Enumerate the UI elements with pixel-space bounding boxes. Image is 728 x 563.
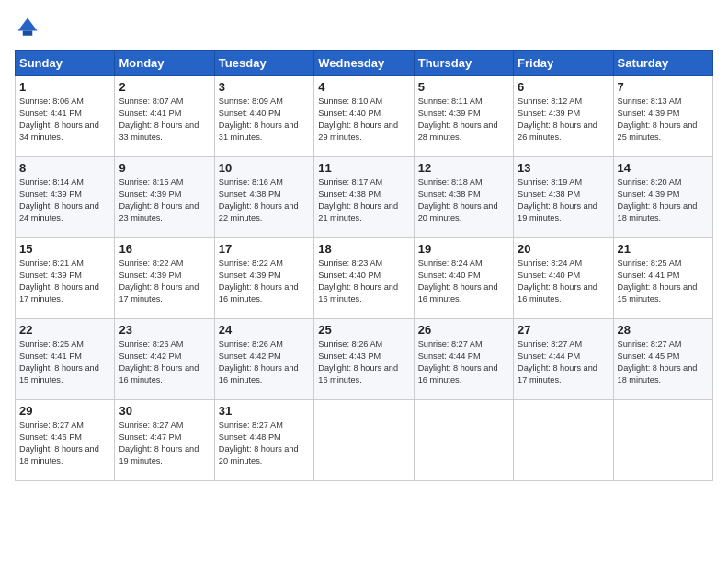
calendar-cell <box>514 400 613 481</box>
calendar-cell: 24Sunrise: 8:26 AMSunset: 4:42 PMDayligh… <box>214 319 313 400</box>
day-number: 22 <box>19 323 110 337</box>
cell-info: Sunrise: 8:27 AMSunset: 4:44 PMDaylight:… <box>418 339 498 385</box>
calendar-cell: 8Sunrise: 8:14 AMSunset: 4:39 PMDaylight… <box>16 157 115 238</box>
cell-info: Sunrise: 8:21 AMSunset: 4:39 PMDaylight:… <box>19 259 99 304</box>
day-number: 18 <box>318 242 409 256</box>
logo-icon <box>15 15 40 40</box>
calendar-table: SundayMondayTuesdayWednesdayThursdayFrid… <box>15 50 713 481</box>
cell-info: Sunrise: 8:27 AMSunset: 4:46 PMDaylight:… <box>19 420 99 465</box>
cell-info: Sunrise: 8:12 AMSunset: 4:39 PMDaylight:… <box>518 97 597 142</box>
cell-info: Sunrise: 8:24 AMSunset: 4:40 PMDaylight:… <box>518 259 597 304</box>
cell-info: Sunrise: 8:25 AMSunset: 4:41 PMDaylight:… <box>19 339 99 385</box>
day-number: 9 <box>119 161 210 175</box>
cell-info: Sunrise: 8:27 AMSunset: 4:45 PMDaylight:… <box>618 339 698 385</box>
cell-info: Sunrise: 8:27 AMSunset: 4:47 PMDaylight:… <box>119 420 199 465</box>
calendar-cell: 3Sunrise: 8:09 AMSunset: 4:40 PMDaylight… <box>214 76 313 157</box>
calendar-cell: 12Sunrise: 8:18 AMSunset: 4:38 PMDayligh… <box>414 157 513 238</box>
calendar-cell: 6Sunrise: 8:12 AMSunset: 4:39 PMDaylight… <box>514 76 613 157</box>
page-header <box>15 15 713 40</box>
calendar-cell: 18Sunrise: 8:23 AMSunset: 4:40 PMDayligh… <box>314 238 414 319</box>
day-header-saturday: Saturday <box>613 51 712 76</box>
svg-marker-0 <box>18 18 38 31</box>
cell-info: Sunrise: 8:13 AMSunset: 4:39 PMDaylight:… <box>618 97 698 142</box>
calendar-cell: 25Sunrise: 8:26 AMSunset: 4:43 PMDayligh… <box>314 319 414 400</box>
day-number: 21 <box>618 242 709 256</box>
calendar-cell: 9Sunrise: 8:15 AMSunset: 4:39 PMDaylight… <box>115 157 214 238</box>
cell-info: Sunrise: 8:18 AMSunset: 4:38 PMDaylight:… <box>418 178 498 223</box>
cell-info: Sunrise: 8:25 AMSunset: 4:41 PMDaylight:… <box>618 259 698 304</box>
day-number: 25 <box>318 323 409 337</box>
calendar-cell: 5Sunrise: 8:11 AMSunset: 4:39 PMDaylight… <box>414 76 513 157</box>
cell-info: Sunrise: 8:17 AMSunset: 4:38 PMDaylight:… <box>318 178 398 223</box>
day-number: 26 <box>418 323 509 337</box>
cell-info: Sunrise: 8:22 AMSunset: 4:39 PMDaylight:… <box>119 259 199 304</box>
day-header-wednesday: Wednesday <box>314 51 414 76</box>
day-number: 3 <box>219 80 310 94</box>
day-number: 30 <box>119 404 210 418</box>
calendar-cell: 17Sunrise: 8:22 AMSunset: 4:39 PMDayligh… <box>214 238 313 319</box>
day-number: 12 <box>418 161 509 175</box>
cell-info: Sunrise: 8:27 AMSunset: 4:48 PMDaylight:… <box>219 420 299 465</box>
day-header-monday: Monday <box>115 51 214 76</box>
day-header-sunday: Sunday <box>16 51 115 76</box>
day-number: 8 <box>19 161 110 175</box>
day-number: 19 <box>418 242 509 256</box>
day-header-tuesday: Tuesday <box>214 51 313 76</box>
calendar-cell: 20Sunrise: 8:24 AMSunset: 4:40 PMDayligh… <box>514 238 613 319</box>
day-header-friday: Friday <box>514 51 613 76</box>
calendar-cell <box>314 400 414 481</box>
cell-info: Sunrise: 8:06 AMSunset: 4:41 PMDaylight:… <box>19 97 99 142</box>
cell-info: Sunrise: 8:19 AMSunset: 4:38 PMDaylight:… <box>518 178 597 223</box>
day-number: 20 <box>518 242 609 256</box>
day-number: 31 <box>219 404 310 418</box>
day-number: 2 <box>119 80 210 94</box>
day-header-thursday: Thursday <box>414 51 513 76</box>
svg-rect-1 <box>23 31 33 36</box>
calendar-cell: 13Sunrise: 8:19 AMSunset: 4:38 PMDayligh… <box>514 157 613 238</box>
calendar-cell: 1Sunrise: 8:06 AMSunset: 4:41 PMDaylight… <box>16 76 115 157</box>
calendar-cell: 29Sunrise: 8:27 AMSunset: 4:46 PMDayligh… <box>16 400 115 481</box>
day-number: 10 <box>219 161 310 175</box>
calendar-cell: 22Sunrise: 8:25 AMSunset: 4:41 PMDayligh… <box>16 319 115 400</box>
cell-info: Sunrise: 8:15 AMSunset: 4:39 PMDaylight:… <box>119 178 199 223</box>
calendar-cell: 4Sunrise: 8:10 AMSunset: 4:40 PMDaylight… <box>314 76 414 157</box>
calendar-cell: 26Sunrise: 8:27 AMSunset: 4:44 PMDayligh… <box>414 319 513 400</box>
day-number: 15 <box>19 242 110 256</box>
day-number: 4 <box>318 80 409 94</box>
calendar-cell: 30Sunrise: 8:27 AMSunset: 4:47 PMDayligh… <box>115 400 214 481</box>
cell-info: Sunrise: 8:23 AMSunset: 4:40 PMDaylight:… <box>318 259 398 304</box>
cell-info: Sunrise: 8:26 AMSunset: 4:42 PMDaylight:… <box>119 339 199 385</box>
cell-info: Sunrise: 8:09 AMSunset: 4:40 PMDaylight:… <box>219 97 299 142</box>
cell-info: Sunrise: 8:11 AMSunset: 4:39 PMDaylight:… <box>418 97 498 142</box>
calendar-cell: 15Sunrise: 8:21 AMSunset: 4:39 PMDayligh… <box>16 238 115 319</box>
day-number: 27 <box>518 323 609 337</box>
day-number: 5 <box>418 80 509 94</box>
calendar-cell <box>613 400 712 481</box>
calendar-cell: 10Sunrise: 8:16 AMSunset: 4:38 PMDayligh… <box>214 157 313 238</box>
day-number: 23 <box>119 323 210 337</box>
calendar-cell: 11Sunrise: 8:17 AMSunset: 4:38 PMDayligh… <box>314 157 414 238</box>
day-number: 7 <box>618 80 709 94</box>
calendar-cell: 7Sunrise: 8:13 AMSunset: 4:39 PMDaylight… <box>613 76 712 157</box>
cell-info: Sunrise: 8:26 AMSunset: 4:42 PMDaylight:… <box>219 339 299 385</box>
day-number: 28 <box>618 323 709 337</box>
day-number: 11 <box>318 161 409 175</box>
calendar-cell: 27Sunrise: 8:27 AMSunset: 4:44 PMDayligh… <box>514 319 613 400</box>
day-number: 13 <box>518 161 609 175</box>
cell-info: Sunrise: 8:07 AMSunset: 4:41 PMDaylight:… <box>119 97 199 142</box>
day-number: 29 <box>19 404 110 418</box>
calendar-cell: 31Sunrise: 8:27 AMSunset: 4:48 PMDayligh… <box>214 400 313 481</box>
cell-info: Sunrise: 8:27 AMSunset: 4:44 PMDaylight:… <box>518 339 597 385</box>
cell-info: Sunrise: 8:10 AMSunset: 4:40 PMDaylight:… <box>318 97 398 142</box>
calendar-cell: 28Sunrise: 8:27 AMSunset: 4:45 PMDayligh… <box>613 319 712 400</box>
day-number: 6 <box>518 80 609 94</box>
calendar-cell: 2Sunrise: 8:07 AMSunset: 4:41 PMDaylight… <box>115 76 214 157</box>
calendar-cell: 23Sunrise: 8:26 AMSunset: 4:42 PMDayligh… <box>115 319 214 400</box>
logo <box>15 15 44 40</box>
calendar-cell: 14Sunrise: 8:20 AMSunset: 4:39 PMDayligh… <box>613 157 712 238</box>
cell-info: Sunrise: 8:24 AMSunset: 4:40 PMDaylight:… <box>418 259 498 304</box>
cell-info: Sunrise: 8:22 AMSunset: 4:39 PMDaylight:… <box>219 259 299 304</box>
cell-info: Sunrise: 8:26 AMSunset: 4:43 PMDaylight:… <box>318 339 398 385</box>
day-number: 24 <box>219 323 310 337</box>
cell-info: Sunrise: 8:14 AMSunset: 4:39 PMDaylight:… <box>19 178 99 223</box>
